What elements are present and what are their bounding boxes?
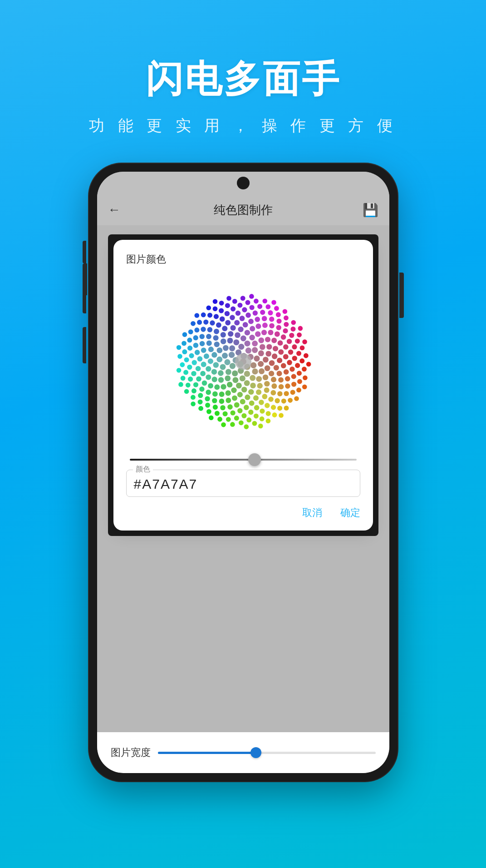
svg-point-141 (269, 323, 275, 328)
color-input-value[interactable]: #A7A7A7 (134, 476, 353, 492)
svg-point-94 (271, 338, 277, 343)
svg-point-245 (188, 329, 193, 334)
svg-point-260 (217, 417, 222, 422)
width-slider-thumb[interactable] (250, 747, 261, 758)
svg-point-81 (272, 346, 278, 351)
svg-point-231 (246, 417, 251, 422)
svg-point-225 (295, 338, 299, 343)
svg-point-171 (220, 405, 225, 410)
svg-point-294 (221, 422, 226, 427)
svg-point-95 (232, 396, 237, 401)
width-slider-track[interactable] (158, 752, 376, 754)
svg-point-29 (259, 368, 265, 374)
svg-point-257 (272, 412, 277, 417)
svg-point-187 (193, 382, 198, 387)
svg-point-49 (235, 332, 241, 338)
svg-point-156 (199, 334, 204, 339)
app-subtitle: 功 能 更 实 用 ， 操 作 更 方 便 (89, 115, 397, 136)
svg-point-178 (292, 356, 297, 361)
svg-point-70 (238, 327, 243, 332)
svg-point-176 (248, 410, 253, 415)
svg-point-236 (277, 406, 282, 411)
svg-point-189 (260, 409, 265, 414)
svg-point-67 (214, 342, 219, 347)
svg-point-219 (207, 312, 212, 317)
svg-point-193 (231, 307, 236, 312)
color-wheel[interactable]: // Will be generated below via inline ap… (157, 275, 329, 448)
svg-point-149 (280, 334, 286, 340)
brightness-slider-container[interactable] (126, 459, 360, 461)
svg-point-52 (258, 337, 264, 343)
svg-point-113 (262, 394, 267, 399)
svg-point-9 (229, 363, 235, 369)
svg-point-282 (226, 296, 231, 301)
svg-point-243 (265, 304, 270, 309)
cancel-button[interactable]: 取消 (302, 506, 322, 520)
svg-point-47 (265, 351, 271, 357)
svg-point-298 (271, 300, 276, 305)
svg-point-102 (278, 349, 284, 355)
dialog-title: 图片颜色 (126, 253, 360, 266)
svg-point-246 (299, 346, 304, 351)
phone-wrapper: ← 纯色图制作 💾 图片颜色 // Will b (66, 164, 420, 790)
svg-point-214 (237, 303, 242, 308)
svg-point-96 (222, 326, 227, 331)
svg-point-274 (206, 305, 211, 310)
svg-point-242 (185, 382, 190, 387)
svg-point-93 (203, 353, 209, 359)
svg-point-79 (256, 389, 261, 395)
back-button[interactable]: ← (108, 203, 121, 217)
svg-point-216 (184, 357, 189, 362)
svg-point-247 (206, 409, 211, 414)
svg-point-128 (274, 332, 280, 337)
svg-point-85 (206, 366, 211, 372)
svg-point-206 (219, 308, 224, 313)
svg-point-104 (234, 320, 240, 325)
svg-point-57 (244, 330, 250, 335)
svg-point-232 (197, 320, 202, 325)
svg-point-188 (260, 310, 265, 315)
save-icon[interactable]: 💾 (363, 203, 378, 218)
svg-point-200 (198, 393, 203, 398)
svg-point-73 (265, 337, 270, 342)
svg-point-151 (219, 317, 225, 322)
svg-point-121 (249, 401, 254, 406)
svg-point-31 (252, 341, 258, 347)
svg-point-237 (182, 349, 187, 354)
svg-point-296 (302, 384, 307, 389)
svg-point-127 (197, 356, 202, 362)
svg-point-124 (212, 392, 218, 397)
svg-point-11 (244, 371, 250, 377)
camera-hole (237, 177, 250, 189)
bottom-bar: 图片宽度 (97, 732, 389, 773)
svg-point-84 (270, 377, 276, 382)
svg-point-198 (203, 320, 208, 325)
color-wheel-container[interactable]: // Will be generated below via inline ap… (126, 275, 360, 448)
brightness-slider-thumb[interactable] (248, 453, 261, 466)
svg-point-208 (188, 377, 193, 382)
svg-point-145 (206, 390, 211, 395)
svg-point-253 (201, 312, 206, 317)
svg-point-78 (250, 326, 255, 332)
svg-point-147 (268, 397, 274, 402)
svg-point-139 (278, 384, 284, 390)
svg-point-22 (225, 369, 231, 375)
svg-point-235 (245, 300, 250, 305)
svg-point-143 (207, 327, 212, 332)
svg-point-68 (271, 353, 277, 359)
svg-point-92 (264, 387, 269, 393)
svg-point-144 (287, 360, 292, 365)
svg-point-132 (201, 381, 207, 386)
svg-point-275 (303, 376, 308, 381)
svg-point-25 (222, 353, 228, 359)
svg-point-164 (210, 320, 215, 325)
svg-point-280 (302, 339, 307, 344)
app-bar: ← 纯色图制作 💾 (97, 194, 389, 225)
svg-point-15 (238, 344, 244, 350)
svg-point-182 (189, 353, 194, 358)
confirm-button[interactable]: 确定 (340, 506, 360, 520)
svg-point-41 (227, 338, 233, 344)
svg-point-48 (226, 382, 232, 388)
svg-point-43 (218, 370, 224, 376)
svg-point-248 (232, 299, 237, 304)
